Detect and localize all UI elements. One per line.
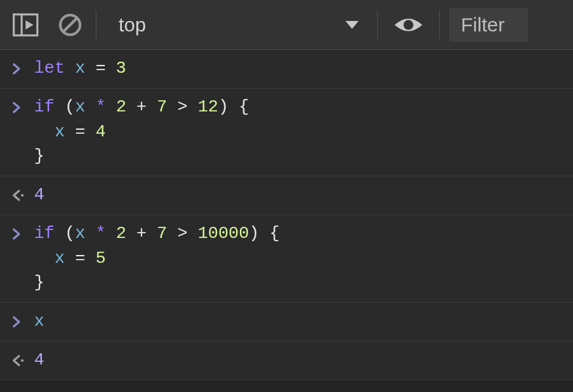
live-expression-button[interactable] <box>392 9 425 41</box>
console-input-row[interactable]: if (x * 2 + 7 > 10000) { x = 5 } <box>0 215 573 303</box>
execution-context-select[interactable]: top <box>106 9 368 41</box>
filter-input[interactable] <box>449 8 528 42</box>
console-toolbar: top <box>0 0 573 50</box>
console-output-row[interactable]: 4 <box>0 342 573 380</box>
svg-point-7 <box>21 359 24 362</box>
output-chevron-icon <box>12 183 34 208</box>
chevron-down-icon <box>346 21 359 29</box>
console-input-row[interactable]: if (x * 2 + 7 > 12) { x = 4 } <box>0 88 573 176</box>
input-chevron-icon <box>12 56 34 81</box>
console-row-content: let x = 3 <box>34 56 564 81</box>
svg-point-6 <box>21 194 24 197</box>
console-body: let x = 3if (x * 2 + 7 > 12) { x = 4 }4i… <box>0 50 573 380</box>
toolbar-divider <box>439 10 440 39</box>
console-row-content: 4 <box>34 348 564 373</box>
console-row-content: if (x * 2 + 7 > 12) { x = 4 } <box>34 95 564 169</box>
console-row-content: x <box>34 309 564 334</box>
input-chevron-icon <box>12 95 34 120</box>
context-label: top <box>119 14 146 36</box>
console-output-row[interactable]: 4 <box>0 176 573 215</box>
input-chevron-icon <box>12 222 34 246</box>
output-chevron-icon <box>12 348 34 373</box>
input-chevron-icon <box>12 309 34 334</box>
console-input-row[interactable]: let x = 3 <box>0 50 573 88</box>
clear-console-button[interactable] <box>54 9 87 41</box>
execute-button[interactable] <box>9 9 42 41</box>
toolbar-divider <box>377 10 378 39</box>
ban-icon <box>58 12 83 37</box>
console-row-content: 4 <box>34 183 564 208</box>
play-box-icon <box>12 13 39 37</box>
svg-point-5 <box>404 20 414 29</box>
svg-line-4 <box>64 18 77 31</box>
console-input-row[interactable]: x <box>0 303 573 342</box>
svg-marker-2 <box>26 20 33 29</box>
console-row-content: if (x * 2 + 7 > 10000) { x = 5 } <box>34 222 564 296</box>
toolbar-divider <box>96 10 96 39</box>
eye-icon <box>393 14 424 36</box>
